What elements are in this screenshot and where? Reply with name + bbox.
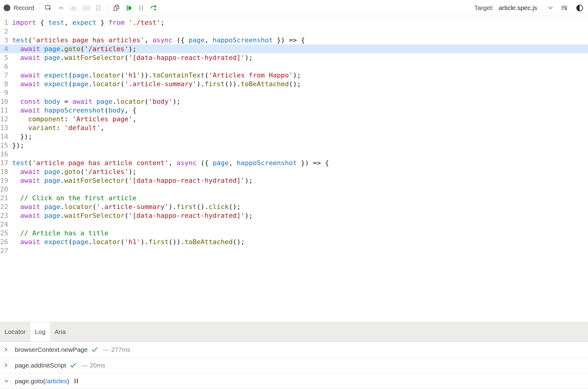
code-line[interactable]: 16 — [0, 150, 588, 159]
assert-snapshot-icon — [94, 4, 102, 12]
code-line[interactable]: 21 // Click on the first article — [0, 194, 588, 202]
code-text: }); — [12, 141, 24, 150]
code-line[interactable]: 27 — [0, 246, 588, 255]
resume-icon — [125, 4, 133, 12]
chevron-down-icon — [548, 6, 553, 9]
svg-text:ab: ab — [71, 5, 76, 10]
code-line[interactable]: 12 component: 'Articles page', — [0, 115, 588, 123]
code-text: await page.goto('/articles'); — [12, 44, 137, 53]
code-line[interactable]: 4 await page.goto('/articles'); — [0, 44, 588, 53]
code-text: const body = await page.locator('body'); — [12, 97, 180, 106]
toolbar-actions: Recordab — [3, 3, 162, 12]
code-line[interactable]: 8 await expect(page.locator('.article-su… — [0, 80, 588, 88]
code-line[interactable]: 5 await page.waitForSelector('[data-happ… — [0, 53, 588, 62]
bottom-panel: LocatorLogAria browserContext.newPage— 2… — [0, 322, 588, 389]
log-call-name: page.goto(/articles) — [15, 378, 69, 385]
target-value: article.spec.js — [499, 4, 537, 11]
check-icon — [70, 362, 77, 368]
assert-text-button[interactable]: ab — [69, 4, 78, 12]
code-editor[interactable]: 1import { test, expect } from './test';2… — [0, 16, 588, 322]
code-line[interactable]: 25 // Article has a title — [0, 229, 588, 237]
code-text: await expect(page.locator('.article-summ… — [12, 80, 301, 88]
code-text: test('article page has article content',… — [12, 159, 329, 167]
copy-button[interactable] — [112, 4, 121, 12]
assert-visibility-button[interactable] — [57, 4, 65, 12]
line-number: 14 — [0, 132, 12, 141]
log-link[interactable]: /articles — [45, 378, 67, 384]
pause-icon — [74, 378, 79, 384]
pause-button[interactable] — [138, 4, 145, 12]
chevron-right-icon[interactable] — [4, 347, 11, 352]
code-line[interactable]: 13 variant: 'default', — [0, 123, 588, 132]
line-number: 21 — [0, 194, 12, 202]
code-text: // Article has a title — [12, 229, 108, 237]
line-number: 26 — [0, 237, 12, 246]
theme-toggle-button[interactable] — [576, 4, 584, 12]
line-number: 18 — [0, 167, 12, 176]
code-line[interactable]: 11 await happoScreenshot(body, { — [0, 106, 588, 115]
code-line[interactable]: 20 — [0, 185, 588, 194]
clear-all-icon — [560, 4, 568, 12]
bottom-tabstrip: LocatorLogAria — [0, 322, 588, 342]
code-line[interactable]: 10 const body = await page.locator('body… — [0, 97, 588, 106]
log-duration: — 20ms — [81, 362, 105, 369]
code-line[interactable]: 17test('article page has article content… — [0, 159, 588, 167]
log-row[interactable]: browserContext.newPage— 277ms — [0, 342, 588, 358]
code-text: await happoScreenshot(body, { — [12, 106, 137, 115]
code-line[interactable]: 15}); — [0, 141, 588, 150]
line-number: 6 — [0, 62, 12, 71]
line-number: 20 — [0, 185, 12, 194]
code-line[interactable]: 6 — [0, 62, 588, 71]
assert-text-icon: ab — [69, 4, 78, 12]
chevron-right-icon[interactable] — [4, 363, 11, 368]
code-line[interactable]: 2 — [0, 27, 588, 36]
playwright-recorder-window: Recordab Target: article.spec.js 1import… — [0, 0, 588, 389]
code-text: // Click on the first article — [12, 194, 137, 202]
step-over-button[interactable] — [150, 4, 158, 12]
code-line[interactable]: 19 await page.waitForSelector('[data-hap… — [0, 176, 588, 185]
tab-locator[interactable]: Locator — [0, 322, 30, 342]
target-select[interactable]: article.spec.js — [499, 4, 553, 11]
line-number: 4 — [0, 44, 12, 53]
log-duration: — 277ms — [103, 346, 130, 353]
code-line[interactable]: 9 — [0, 88, 588, 97]
clear-all-button[interactable] — [560, 4, 568, 12]
copy-icon — [112, 4, 121, 12]
resume-button[interactable] — [125, 4, 133, 12]
code-line[interactable]: 7 await expect(page.locator('h1')).toCon… — [0, 71, 588, 80]
tab-log[interactable]: Log — [30, 322, 50, 342]
assert-value-button[interactable] — [82, 4, 90, 12]
log-row[interactable]: page.goto(/articles) — [0, 373, 588, 389]
record-button[interactable]: Record — [3, 4, 34, 12]
code-line[interactable]: 26 await expect(page.locator('h1').first… — [0, 237, 588, 246]
line-number: 23 — [0, 211, 12, 220]
code-text: await page.locator('.article-summary').f… — [12, 202, 241, 211]
record-icon — [3, 4, 11, 12]
pick-locator-button[interactable] — [45, 4, 53, 12]
code-line[interactable]: 3test('articles page has articles', asyn… — [0, 36, 588, 44]
code-line[interactable]: 23 await page.waitForSelector('[data-hap… — [0, 211, 588, 220]
code-line[interactable]: 22 await page.locator('.article-summary'… — [0, 202, 588, 211]
code-text: variant: 'default', — [12, 123, 104, 132]
pick-locator-icon — [45, 4, 53, 12]
theme-toggle-icon — [576, 4, 584, 12]
line-number: 27 — [0, 246, 12, 255]
code-line[interactable]: 1import { test, expect } from './test'; — [0, 18, 588, 27]
tab-aria[interactable]: Aria — [50, 322, 70, 342]
code-line[interactable]: 18 await page.goto('/articles'); — [0, 167, 588, 176]
assert-snapshot-button[interactable] — [94, 4, 102, 12]
line-number: 2 — [0, 27, 12, 36]
log-list: browserContext.newPage— 277mspage.addIni… — [0, 342, 588, 389]
code-text: await expect(page.locator('h1')).toConta… — [12, 71, 301, 80]
log-call-name: page.addInitScript — [15, 362, 66, 369]
line-number: 13 — [0, 123, 12, 132]
line-number: 8 — [0, 80, 12, 88]
code-line[interactable]: 14 }); — [0, 132, 588, 141]
code-line[interactable]: 24 — [0, 220, 588, 229]
log-row[interactable]: page.addInitScript— 20ms — [0, 358, 588, 373]
chevron-down-icon[interactable] — [4, 379, 11, 383]
line-number: 10 — [0, 97, 12, 106]
code-text: await page.waitForSelector('[data-happo-… — [12, 176, 253, 185]
line-number: 16 — [0, 150, 12, 159]
toolbar: Recordab Target: article.spec.js — [0, 0, 588, 16]
